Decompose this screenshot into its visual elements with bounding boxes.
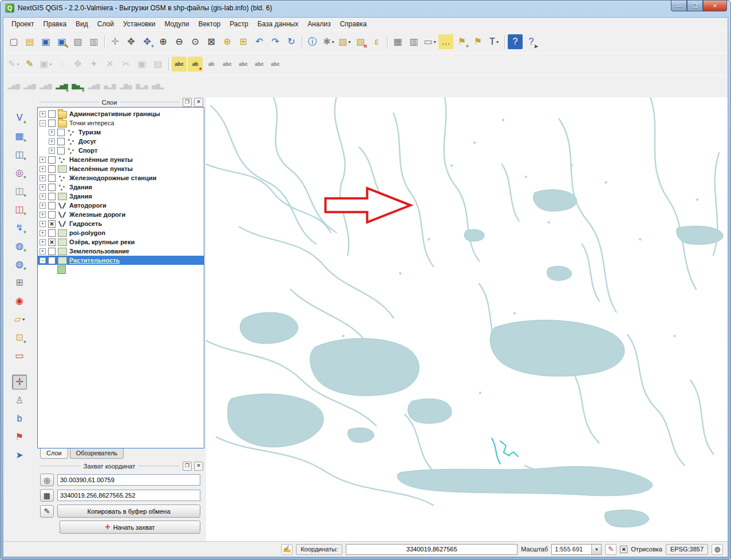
- expand-toggle-icon[interactable]: +: [39, 212, 46, 218]
- help-button[interactable]: ?: [508, 34, 523, 49]
- expand-toggle-icon[interactable]: +: [39, 111, 46, 117]
- coordinates-input[interactable]: [346, 544, 517, 555]
- add-oracle-layer-button[interactable]: ◫+: [12, 202, 27, 217]
- add-vector-layer-button[interactable]: V+: [12, 110, 27, 125]
- layer-visibility-checkbox[interactable]: [48, 120, 56, 127]
- refresh-button[interactable]: ↻: [284, 34, 299, 49]
- layer-visibility-checkbox[interactable]: ✕: [48, 239, 56, 246]
- menu-plugins[interactable]: Модули: [160, 18, 193, 30]
- coordinates-label-button[interactable]: Координаты:: [296, 544, 342, 555]
- add-mssql-layer-button[interactable]: ◫+: [12, 184, 27, 198]
- stop-rendering-icon[interactable]: ✎: [605, 544, 617, 555]
- float-panel-icon[interactable]: ❐: [183, 98, 192, 107]
- new-project-button[interactable]: ▢: [6, 34, 21, 49]
- geographic-coords-icon[interactable]: ◎: [40, 474, 54, 486]
- save-project-button[interactable]: ▣: [38, 34, 53, 49]
- zoom-full-button[interactable]: ⊠: [204, 34, 219, 49]
- menu-help[interactable]: Справка: [335, 18, 372, 30]
- add-histogram-button[interactable]: ▂▅▇+: [54, 79, 69, 94]
- labeling-settings-button[interactable]: ab●: [188, 57, 203, 72]
- projected-coords-icon[interactable]: ▦: [40, 489, 54, 502]
- coordinate-capture-button[interactable]: ✛: [12, 375, 27, 390]
- add-raster-layer-button[interactable]: ▦+: [12, 129, 27, 144]
- layer-row-0[interactable]: +Административные границы: [38, 109, 204, 118]
- menu-raster[interactable]: Растр: [225, 18, 252, 30]
- expand-toggle-icon[interactable]: +: [39, 184, 46, 190]
- chevron-down-icon[interactable]: ▾: [496, 39, 499, 45]
- zoom-out-button[interactable]: ⊖: [172, 34, 187, 49]
- expand-toggle-icon[interactable]: +: [39, 193, 46, 200]
- move-label-button[interactable]: abc: [236, 57, 251, 72]
- add-spatialite-layer-button[interactable]: ◎+: [12, 165, 27, 180]
- menu-view[interactable]: Вид: [71, 18, 93, 30]
- geographic-coords-input[interactable]: [57, 474, 200, 486]
- measure-button[interactable]: ▭▾: [422, 34, 437, 49]
- expand-toggle-icon[interactable]: +: [39, 248, 46, 255]
- add-gpx-layer-button[interactable]: ◉: [12, 293, 27, 308]
- layer-row-12[interactable]: +✕Гидросеть: [38, 219, 204, 228]
- layer-visibility-checkbox[interactable]: [48, 193, 56, 200]
- evis-event-browser-button[interactable]: ♙: [12, 393, 27, 408]
- expand-toggle-icon[interactable]: +: [39, 157, 46, 163]
- expand-toggle-icon[interactable]: +: [49, 138, 55, 145]
- layer-visibility-checkbox[interactable]: [48, 156, 56, 164]
- close-button[interactable]: ✕: [703, 1, 727, 11]
- select-by-expression-button[interactable]: ε: [369, 34, 384, 49]
- layer-row-6[interactable]: +Населённые пункты: [38, 164, 204, 173]
- add-wcs-layer-button[interactable]: ◍+: [12, 239, 27, 253]
- pan-map-button[interactable]: ✥: [124, 34, 139, 49]
- menu-layer[interactable]: Слой: [93, 18, 118, 30]
- text-annotation-button[interactable]: T▾: [487, 34, 501, 49]
- add-postgis-layer-button[interactable]: ◫+: [12, 147, 27, 162]
- add-wfs-layer-button[interactable]: ◍+: [12, 257, 27, 272]
- identify-button[interactable]: ⓘ: [305, 34, 320, 49]
- show-hide-labels-button[interactable]: abc: [220, 57, 235, 72]
- save-project-as-button[interactable]: ▣✎: [54, 34, 69, 49]
- layer-row-10[interactable]: +Автодороги: [38, 201, 204, 210]
- attribute-table-button[interactable]: ▦: [390, 34, 405, 49]
- layer-row-7[interactable]: +Железнодорожные станции: [38, 173, 204, 182]
- layer-visibility-checkbox[interactable]: [48, 248, 56, 255]
- change-label-button[interactable]: abc: [268, 57, 283, 72]
- layer-visibility-checkbox[interactable]: [48, 257, 56, 264]
- layer-row-15[interactable]: +Землепользование: [38, 247, 204, 256]
- pan-to-selection-button[interactable]: ✥+: [140, 34, 155, 49]
- map-tips-button[interactable]: …: [438, 34, 453, 49]
- evis-event-id-button[interactable]: ⚑: [12, 430, 27, 444]
- layer-row-13[interactable]: +poi-polygon: [38, 228, 204, 237]
- expand-toggle-icon[interactable]: −: [39, 257, 46, 264]
- rotate-label-button[interactable]: abc: [252, 57, 267, 72]
- show-bookmarks-button[interactable]: ⚑: [471, 34, 485, 49]
- layer-row-4[interactable]: +Спорт: [38, 146, 204, 155]
- tab-browser[interactable]: Обозреватель: [70, 448, 124, 459]
- render-checkbox[interactable]: ✕: [620, 546, 627, 553]
- layer-visibility-checkbox[interactable]: [48, 184, 56, 191]
- zoom-native-button[interactable]: ⊙: [188, 34, 203, 49]
- tab-layers[interactable]: Слои: [40, 448, 68, 459]
- crs-icon[interactable]: ◍: [712, 544, 723, 555]
- new-spatialite-button[interactable]: ⊡+: [12, 330, 27, 345]
- open-project-button[interactable]: ▤: [22, 34, 37, 49]
- evis-database-button[interactable]: b: [12, 411, 27, 426]
- statistics-button[interactable]: ▥: [406, 34, 421, 49]
- layer-swatch-row[interactable]: [38, 265, 204, 274]
- expand-toggle-icon[interactable]: +: [39, 202, 46, 209]
- remove-layer-button[interactable]: ▭: [12, 348, 27, 363]
- menu-project[interactable]: Проект: [7, 18, 39, 30]
- layer-visibility-checkbox[interactable]: [48, 165, 56, 173]
- layer-visibility-checkbox[interactable]: [48, 174, 56, 182]
- layer-visibility-checkbox[interactable]: [48, 110, 56, 118]
- chevron-down-icon[interactable]: ▾: [591, 545, 601, 554]
- copy-to-clipboard-button[interactable]: Копировать в буфер обмена: [57, 505, 200, 518]
- layer-visibility-checkbox[interactable]: [48, 211, 56, 219]
- expand-toggle-icon[interactable]: +: [39, 230, 46, 236]
- new-shapefile-button[interactable]: ▱▾: [12, 312, 27, 327]
- labeling-button[interactable]: abc: [172, 57, 187, 72]
- crs-status-button[interactable]: EPSG:3857: [666, 544, 708, 555]
- chevron-down-icon[interactable]: ▾: [434, 39, 436, 45]
- deselect-features-button[interactable]: ▧✕: [353, 34, 368, 49]
- start-capture-button[interactable]: ✛Начать захват: [60, 521, 200, 534]
- menu-vector[interactable]: Вектор: [193, 18, 225, 30]
- expand-toggle-icon[interactable]: +: [39, 239, 46, 245]
- print-composer-button[interactable]: ▥: [86, 34, 101, 49]
